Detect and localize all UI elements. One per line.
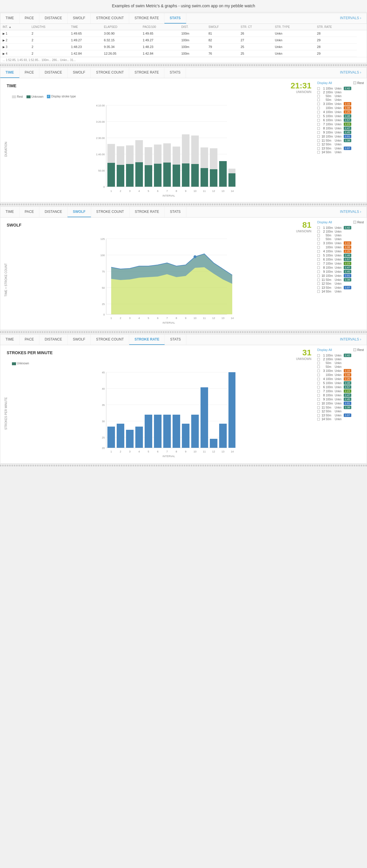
sidebar-item[interactable]: 50m Unkn <box>317 365 364 369</box>
tab-swolf-1[interactable]: SWOLF <box>67 13 91 24</box>
sidebar-item[interactable]: 50m Unkn <box>317 234 364 237</box>
sidebar-item[interactable]: 6 100m Unkn 1:57 <box>317 385 364 389</box>
tab-time-3[interactable]: TIME <box>0 207 20 217</box>
sidebar-item[interactable]: 100m Unkn 1:08 <box>317 245 364 249</box>
sidebar-item[interactable]: 100m Unkn 1:08 <box>317 373 364 377</box>
tab-intervals-4[interactable]: INTERVALS › <box>335 334 367 345</box>
sidebar-checkbox[interactable] <box>317 246 320 249</box>
tab-intervals-3[interactable]: INTERVALS › <box>335 207 367 217</box>
sidebar-checkbox[interactable] <box>317 390 320 393</box>
sidebar-item[interactable]: 6 100m Unkn 1:57 <box>317 118 364 122</box>
sidebar-item[interactable]: 12 50m Unkn <box>317 143 364 146</box>
sidebar-checkbox[interactable] <box>317 362 320 364</box>
tab-swolf-3[interactable]: SWOLF <box>67 207 91 217</box>
tab-distance-2[interactable]: DISTANCE <box>39 67 67 78</box>
sidebar-item[interactable]: 2 100m Unkn <box>317 358 364 361</box>
tab-strokerate-2[interactable]: STROKE RATE <box>129 67 164 78</box>
tab-stats-2[interactable]: STATS <box>164 67 186 78</box>
sidebar-item[interactable]: 5 100m Unkn 1:48 <box>317 253 364 257</box>
sidebar-item[interactable]: 50m Unkn <box>317 237 364 241</box>
tab-strokecount-1[interactable]: STROKE COUNT <box>91 13 129 24</box>
sidebar-checkbox[interactable] <box>317 410 320 413</box>
sidebar-checkbox[interactable] <box>317 262 320 265</box>
sidebar-item[interactable]: 12 50m Unkn <box>317 409 364 413</box>
tab-time-4[interactable]: TIME <box>0 334 20 345</box>
sidebar-checkbox[interactable] <box>317 147 320 150</box>
sidebar-checkbox[interactable] <box>317 119 320 122</box>
sidebar-checkbox[interactable] <box>317 370 320 372</box>
tab-strokerate-1[interactable]: STROKE RATE <box>129 13 164 24</box>
sidebar-checkbox[interactable] <box>317 358 320 361</box>
sidebar-checkbox[interactable] <box>317 254 320 257</box>
display-all-3[interactable]: Display All <box>317 220 332 224</box>
sidebar-checkbox[interactable] <box>317 271 320 273</box>
sidebar-checkbox[interactable] <box>317 95 320 97</box>
sidebar-item[interactable]: 3 100m Unkn 1:15 <box>317 241 364 245</box>
tab-pace-3[interactable]: PACE <box>20 207 39 217</box>
sidebar-item[interactable]: 10 100m Unkn 1:01 <box>317 274 364 278</box>
sidebar-item[interactable]: 1 100m Unkn 1:42 <box>317 86 364 90</box>
sidebar-item[interactable]: 4 100m Unkn 1:25 <box>317 377 364 381</box>
tab-stats-4[interactable]: STATS <box>165 334 186 345</box>
sidebar-item[interactable]: 10 100m Unkn 1:01 <box>317 134 364 138</box>
sidebar-checkbox[interactable] <box>317 123 320 126</box>
sidebar-checkbox[interactable] <box>317 250 320 253</box>
sidebar-checkbox[interactable] <box>317 354 320 357</box>
sidebar-checkbox[interactable] <box>317 378 320 380</box>
sidebar-checkbox[interactable] <box>317 282 320 285</box>
sidebar-checkbox[interactable] <box>317 374 320 376</box>
tab-intervals-1[interactable]: INTERVALS › <box>335 13 367 24</box>
sidebar-item[interactable]: 4 100m Unkn 1:25 <box>317 249 364 253</box>
tab-time-1[interactable]: TIME <box>0 13 20 24</box>
display-all-2[interactable]: Display All <box>317 81 332 85</box>
sidebar-checkbox[interactable] <box>317 266 320 269</box>
sidebar-checkbox[interactable] <box>317 279 320 281</box>
sidebar-item[interactable]: 9 100m Unkn 1:45 <box>317 130 364 134</box>
sidebar-item[interactable]: 7 100m Unkn 1:23 <box>317 261 364 266</box>
tab-pace-1[interactable]: PACE <box>20 13 39 24</box>
sidebar-checkbox[interactable] <box>317 234 320 237</box>
sidebar-item[interactable]: 3 100m Unkn 1:15 <box>317 102 364 106</box>
sidebar-checkbox[interactable] <box>317 115 320 118</box>
sidebar-item[interactable]: 11 50m Unkn 1:38 <box>317 138 364 143</box>
sidebar-item[interactable]: 7 100m Unkn 1:23 <box>317 389 364 393</box>
tab-strokecount-3[interactable]: STROKE COUNT <box>91 207 130 217</box>
sidebar-item[interactable]: 5 100m Unkn 1:48 <box>317 381 364 385</box>
tab-swolf-2[interactable]: SWOLF <box>67 67 91 78</box>
sidebar-checkbox[interactable] <box>317 91 320 94</box>
sidebar-item[interactable]: 11 50m Unkn 1:38 <box>317 405 364 409</box>
stroke-checkbox[interactable] <box>47 95 50 98</box>
tab-strokerate-4[interactable]: STROKE RATE <box>129 334 165 345</box>
sidebar-checkbox[interactable] <box>317 151 320 154</box>
sidebar-item[interactable]: 3 100m Unkn 1:15 <box>317 369 364 373</box>
sidebar-checkbox[interactable] <box>317 386 320 389</box>
sidebar-checkbox[interactable] <box>317 406 320 409</box>
sidebar-checkbox[interactable] <box>317 103 320 105</box>
sidebar-checkbox[interactable] <box>317 275 320 277</box>
sidebar-checkbox[interactable] <box>317 226 320 229</box>
sidebar-item[interactable]: 50m Unkn <box>317 98 364 102</box>
sidebar-item[interactable]: 9 100m Unkn 1:45 <box>317 270 364 274</box>
sidebar-checkbox[interactable] <box>317 143 320 146</box>
tab-distance-3[interactable]: DISTANCE <box>39 207 67 217</box>
sidebar-checkbox[interactable] <box>317 107 320 109</box>
rest-check-3[interactable]: Rest <box>353 220 364 224</box>
sidebar-checkbox[interactable] <box>317 230 320 233</box>
tab-pace-2[interactable]: PACE <box>20 67 39 78</box>
sidebar-item[interactable]: 14 50m Unkn <box>317 150 364 154</box>
tab-swolf-4[interactable]: SWOLF <box>67 334 91 345</box>
sidebar-checkbox[interactable] <box>317 238 320 241</box>
sidebar-checkbox[interactable] <box>317 127 320 130</box>
sidebar-item[interactable]: 13 50m Unkn 1:07 <box>317 285 364 290</box>
sidebar-item[interactable]: 11 50m Unkn 1:38 <box>317 278 364 282</box>
sidebar-item[interactable]: 13 50m Unkn 1:07 <box>317 146 364 150</box>
sidebar-checkbox[interactable] <box>317 139 320 142</box>
sidebar-item[interactable]: 2 100m Unkn <box>317 90 364 94</box>
sidebar-checkbox[interactable] <box>317 414 320 417</box>
sidebar-checkbox[interactable] <box>317 418 320 421</box>
tab-strokecount-2[interactable]: STROKE COUNT <box>91 67 129 78</box>
sidebar-item[interactable]: 1 100m Unkn 1:42 <box>317 353 364 358</box>
sidebar-item[interactable]: 2 100m Unkn <box>317 230 364 234</box>
tab-strokecount-4[interactable]: STROKE COUNT <box>91 334 129 345</box>
rest-check-2[interactable]: Rest <box>353 81 364 85</box>
